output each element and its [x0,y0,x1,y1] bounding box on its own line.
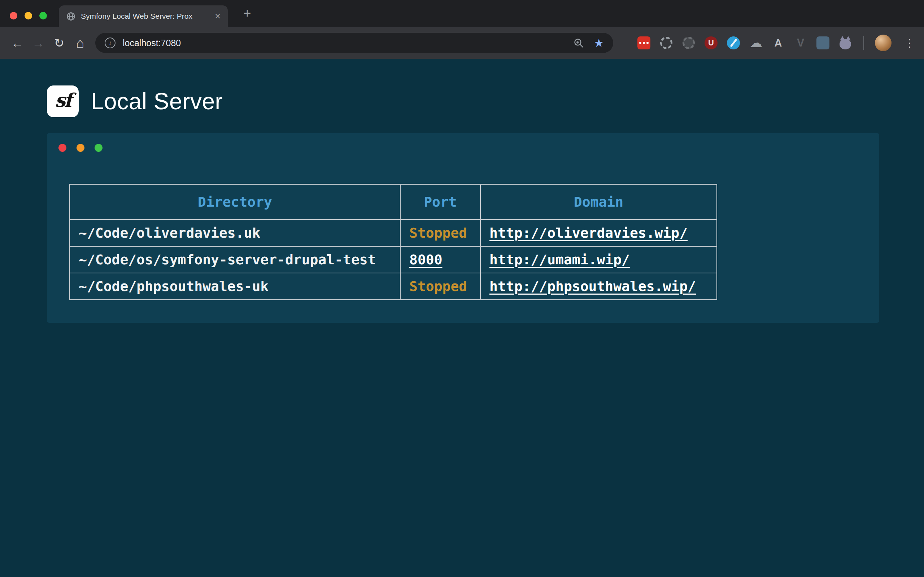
extensions-area: U ☁ A V ⋮ [637,35,916,51]
header-directory: Directory [69,184,400,220]
symfony-logo-text: sf [55,89,71,114]
table-header-row: Directory Port Domain [69,184,717,220]
tab-strip: Symfony Local Web Server: Prox × + [0,0,924,27]
extension-cog-icon[interactable] [682,36,696,50]
domain-cell: http://umami.wip/ [480,246,717,273]
port-cell: 8000 [400,246,480,273]
browser-chrome: Symfony Local Web Server: Prox × + ← → ↻… [0,0,924,59]
extension-cloud-icon[interactable]: ☁ [749,36,763,50]
panel-red-dot [58,144,66,152]
domain-link[interactable]: http://phpsouthwales.wip/ [489,279,696,294]
directory-cell: ~/Code/os/symfony-server-drupal-test [69,246,400,273]
page-title: Local Server [91,88,223,115]
panel-orange-dot [76,144,84,152]
port-cell: Stopped [400,220,480,246]
window-minimize-button[interactable] [24,12,32,19]
symfony-logo: sf [47,85,79,117]
domain-cell: http://phpsouthwales.wip/ [480,273,717,300]
table-row: ~/Code/os/symfony-server-drupal-test 800… [69,246,717,273]
port-link[interactable]: 8000 [409,252,443,268]
reload-button[interactable]: ↻ [50,34,69,52]
domain-link[interactable]: http://oliverdavies.wip/ [489,225,688,241]
tab-title: Symfony Local Web Server: Prox [81,12,211,21]
brand-header: sf Local Server [47,85,924,117]
table-row: ~/Code/oliverdavies.uk Stopped http://ol… [69,220,717,246]
header-domain: Domain [480,184,717,220]
extension-compass-icon[interactable] [726,36,741,50]
panel-green-dot [95,144,102,152]
port-cell: Stopped [400,273,480,300]
browser-toolbar: ← → ↻ ⌂ i localhost:7080 ★ [0,27,924,59]
servers-table: Directory Port Domain ~/Code/oliverdavie… [69,184,717,300]
window-close-button[interactable] [10,12,17,19]
directory-cell: ~/Code/oliverdavies.uk [69,220,400,246]
server-panel: Directory Port Domain ~/Code/oliverdavie… [47,133,879,323]
window-controls [10,12,47,19]
extension-cat-icon[interactable] [838,36,853,50]
extension-red-dots-icon[interactable] [637,36,651,50]
directory-cell: ~/Code/phpsouthwales-uk [69,273,400,300]
tab-close-icon[interactable]: × [215,11,221,21]
domain-link[interactable]: http://umami.wip/ [489,252,630,268]
bookmark-star-icon[interactable]: ★ [594,37,604,49]
extension-a-icon[interactable]: A [771,36,785,50]
address-bar[interactable]: i localhost:7080 ★ [95,33,613,53]
extension-v-icon[interactable]: V [793,36,808,50]
browser-tab[interactable]: Symfony Local Web Server: Prox × [59,5,228,27]
extension-ublock-icon[interactable]: U [704,36,718,50]
table-row: ~/Code/phpsouthwales-uk Stopped http://p… [69,273,717,300]
forward-button[interactable]: → [29,34,48,52]
header-port: Port [400,184,480,220]
zoom-icon[interactable] [573,37,584,49]
home-button[interactable]: ⌂ [71,34,89,52]
back-button[interactable]: ← [8,34,27,52]
domain-cell: http://oliverdavies.wip/ [480,220,717,246]
extension-gear-icon[interactable] [659,36,674,50]
window-zoom-button[interactable] [39,12,47,19]
status-stopped-label: Stopped [409,225,467,241]
site-info-icon[interactable]: i [105,37,115,48]
panel-window-dots [58,144,102,152]
new-tab-button[interactable]: + [239,5,255,22]
page-content: sf Local Server Directory Port Domain ~/… [0,59,924,577]
chrome-menu-icon[interactable]: ⋮ [903,36,916,50]
url-text[interactable]: localhost:7080 [123,38,573,48]
status-stopped-label: Stopped [409,279,467,294]
profile-avatar[interactable] [875,35,892,51]
toolbar-separator [863,36,864,50]
globe-favicon-icon [66,11,76,21]
extension-blue-square-icon[interactable] [816,36,830,50]
